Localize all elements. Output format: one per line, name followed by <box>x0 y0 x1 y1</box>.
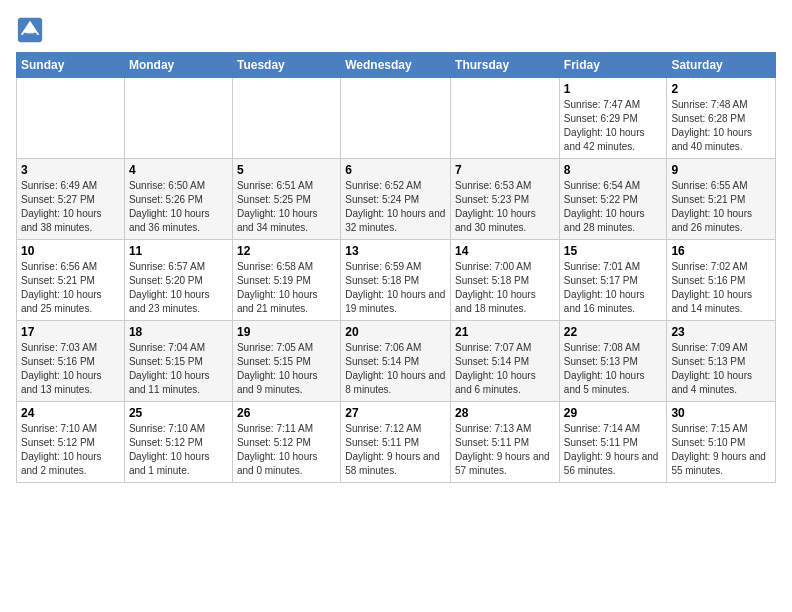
calendar-cell <box>17 78 125 159</box>
calendar-cell: 15Sunrise: 7:01 AMSunset: 5:17 PMDayligh… <box>559 240 667 321</box>
calendar-table: SundayMondayTuesdayWednesdayThursdayFrid… <box>16 52 776 483</box>
day-number: 11 <box>129 244 228 258</box>
day-number: 1 <box>564 82 663 96</box>
calendar-cell: 25Sunrise: 7:10 AMSunset: 5:12 PMDayligh… <box>124 402 232 483</box>
day-number: 2 <box>671 82 771 96</box>
day-info: Sunrise: 6:51 AMSunset: 5:25 PMDaylight:… <box>237 179 336 235</box>
weekday-header-tuesday: Tuesday <box>232 53 340 78</box>
day-info: Sunrise: 6:58 AMSunset: 5:19 PMDaylight:… <box>237 260 336 316</box>
calendar-cell: 29Sunrise: 7:14 AMSunset: 5:11 PMDayligh… <box>559 402 667 483</box>
day-number: 9 <box>671 163 771 177</box>
calendar-week-row: 17Sunrise: 7:03 AMSunset: 5:16 PMDayligh… <box>17 321 776 402</box>
svg-rect-3 <box>26 29 33 34</box>
day-info: Sunrise: 7:13 AMSunset: 5:11 PMDaylight:… <box>455 422 555 478</box>
day-number: 4 <box>129 163 228 177</box>
day-info: Sunrise: 7:08 AMSunset: 5:13 PMDaylight:… <box>564 341 663 397</box>
day-number: 10 <box>21 244 120 258</box>
day-number: 19 <box>237 325 336 339</box>
day-info: Sunrise: 6:56 AMSunset: 5:21 PMDaylight:… <box>21 260 120 316</box>
weekday-header-saturday: Saturday <box>667 53 776 78</box>
calendar-cell: 3Sunrise: 6:49 AMSunset: 5:27 PMDaylight… <box>17 159 125 240</box>
day-number: 25 <box>129 406 228 420</box>
day-number: 17 <box>21 325 120 339</box>
day-info: Sunrise: 6:59 AMSunset: 5:18 PMDaylight:… <box>345 260 446 316</box>
calendar-week-row: 3Sunrise: 6:49 AMSunset: 5:27 PMDaylight… <box>17 159 776 240</box>
calendar-cell: 21Sunrise: 7:07 AMSunset: 5:14 PMDayligh… <box>451 321 560 402</box>
day-info: Sunrise: 7:11 AMSunset: 5:12 PMDaylight:… <box>237 422 336 478</box>
calendar-cell: 28Sunrise: 7:13 AMSunset: 5:11 PMDayligh… <box>451 402 560 483</box>
calendar-cell: 14Sunrise: 7:00 AMSunset: 5:18 PMDayligh… <box>451 240 560 321</box>
day-info: Sunrise: 7:06 AMSunset: 5:14 PMDaylight:… <box>345 341 446 397</box>
day-number: 29 <box>564 406 663 420</box>
day-number: 8 <box>564 163 663 177</box>
calendar-cell: 30Sunrise: 7:15 AMSunset: 5:10 PMDayligh… <box>667 402 776 483</box>
calendar-cell <box>341 78 451 159</box>
calendar-cell: 10Sunrise: 6:56 AMSunset: 5:21 PMDayligh… <box>17 240 125 321</box>
day-number: 20 <box>345 325 446 339</box>
weekday-header-wednesday: Wednesday <box>341 53 451 78</box>
calendar-cell: 26Sunrise: 7:11 AMSunset: 5:12 PMDayligh… <box>232 402 340 483</box>
calendar-week-row: 10Sunrise: 6:56 AMSunset: 5:21 PMDayligh… <box>17 240 776 321</box>
calendar-cell: 19Sunrise: 7:05 AMSunset: 5:15 PMDayligh… <box>232 321 340 402</box>
weekday-header-monday: Monday <box>124 53 232 78</box>
day-number: 6 <box>345 163 446 177</box>
logo-icon <box>16 16 44 44</box>
day-number: 5 <box>237 163 336 177</box>
day-info: Sunrise: 7:12 AMSunset: 5:11 PMDaylight:… <box>345 422 446 478</box>
calendar-cell <box>124 78 232 159</box>
calendar-cell: 6Sunrise: 6:52 AMSunset: 5:24 PMDaylight… <box>341 159 451 240</box>
weekday-header-sunday: Sunday <box>17 53 125 78</box>
weekday-header-thursday: Thursday <box>451 53 560 78</box>
calendar-cell: 1Sunrise: 7:47 AMSunset: 6:29 PMDaylight… <box>559 78 667 159</box>
calendar-cell: 13Sunrise: 6:59 AMSunset: 5:18 PMDayligh… <box>341 240 451 321</box>
day-info: Sunrise: 6:52 AMSunset: 5:24 PMDaylight:… <box>345 179 446 235</box>
day-number: 22 <box>564 325 663 339</box>
day-number: 14 <box>455 244 555 258</box>
day-info: Sunrise: 6:50 AMSunset: 5:26 PMDaylight:… <box>129 179 228 235</box>
calendar-cell <box>232 78 340 159</box>
day-number: 27 <box>345 406 446 420</box>
day-info: Sunrise: 7:04 AMSunset: 5:15 PMDaylight:… <box>129 341 228 397</box>
day-info: Sunrise: 7:14 AMSunset: 5:11 PMDaylight:… <box>564 422 663 478</box>
day-info: Sunrise: 7:05 AMSunset: 5:15 PMDaylight:… <box>237 341 336 397</box>
day-info: Sunrise: 7:15 AMSunset: 5:10 PMDaylight:… <box>671 422 771 478</box>
day-number: 28 <box>455 406 555 420</box>
calendar-cell: 12Sunrise: 6:58 AMSunset: 5:19 PMDayligh… <box>232 240 340 321</box>
calendar-cell: 7Sunrise: 6:53 AMSunset: 5:23 PMDaylight… <box>451 159 560 240</box>
calendar-cell: 11Sunrise: 6:57 AMSunset: 5:20 PMDayligh… <box>124 240 232 321</box>
day-info: Sunrise: 7:02 AMSunset: 5:16 PMDaylight:… <box>671 260 771 316</box>
calendar-cell: 5Sunrise: 6:51 AMSunset: 5:25 PMDaylight… <box>232 159 340 240</box>
calendar-cell: 2Sunrise: 7:48 AMSunset: 6:28 PMDaylight… <box>667 78 776 159</box>
calendar-cell <box>451 78 560 159</box>
day-number: 30 <box>671 406 771 420</box>
day-number: 3 <box>21 163 120 177</box>
calendar-week-row: 24Sunrise: 7:10 AMSunset: 5:12 PMDayligh… <box>17 402 776 483</box>
calendar-cell: 17Sunrise: 7:03 AMSunset: 5:16 PMDayligh… <box>17 321 125 402</box>
calendar-header-row: SundayMondayTuesdayWednesdayThursdayFrid… <box>17 53 776 78</box>
calendar-cell: 18Sunrise: 7:04 AMSunset: 5:15 PMDayligh… <box>124 321 232 402</box>
day-number: 15 <box>564 244 663 258</box>
day-number: 21 <box>455 325 555 339</box>
calendar-cell: 20Sunrise: 7:06 AMSunset: 5:14 PMDayligh… <box>341 321 451 402</box>
day-info: Sunrise: 7:10 AMSunset: 5:12 PMDaylight:… <box>129 422 228 478</box>
day-number: 16 <box>671 244 771 258</box>
day-info: Sunrise: 7:01 AMSunset: 5:17 PMDaylight:… <box>564 260 663 316</box>
day-number: 23 <box>671 325 771 339</box>
day-number: 26 <box>237 406 336 420</box>
day-number: 12 <box>237 244 336 258</box>
day-info: Sunrise: 7:48 AMSunset: 6:28 PMDaylight:… <box>671 98 771 154</box>
calendar-cell: 22Sunrise: 7:08 AMSunset: 5:13 PMDayligh… <box>559 321 667 402</box>
logo <box>16 16 48 44</box>
calendar-week-row: 1Sunrise: 7:47 AMSunset: 6:29 PMDaylight… <box>17 78 776 159</box>
day-info: Sunrise: 6:53 AMSunset: 5:23 PMDaylight:… <box>455 179 555 235</box>
day-info: Sunrise: 6:49 AMSunset: 5:27 PMDaylight:… <box>21 179 120 235</box>
day-info: Sunrise: 6:55 AMSunset: 5:21 PMDaylight:… <box>671 179 771 235</box>
calendar-cell: 8Sunrise: 6:54 AMSunset: 5:22 PMDaylight… <box>559 159 667 240</box>
day-number: 24 <box>21 406 120 420</box>
day-info: Sunrise: 6:54 AMSunset: 5:22 PMDaylight:… <box>564 179 663 235</box>
day-number: 7 <box>455 163 555 177</box>
day-info: Sunrise: 7:00 AMSunset: 5:18 PMDaylight:… <box>455 260 555 316</box>
day-info: Sunrise: 7:09 AMSunset: 5:13 PMDaylight:… <box>671 341 771 397</box>
day-info: Sunrise: 7:10 AMSunset: 5:12 PMDaylight:… <box>21 422 120 478</box>
weekday-header-friday: Friday <box>559 53 667 78</box>
